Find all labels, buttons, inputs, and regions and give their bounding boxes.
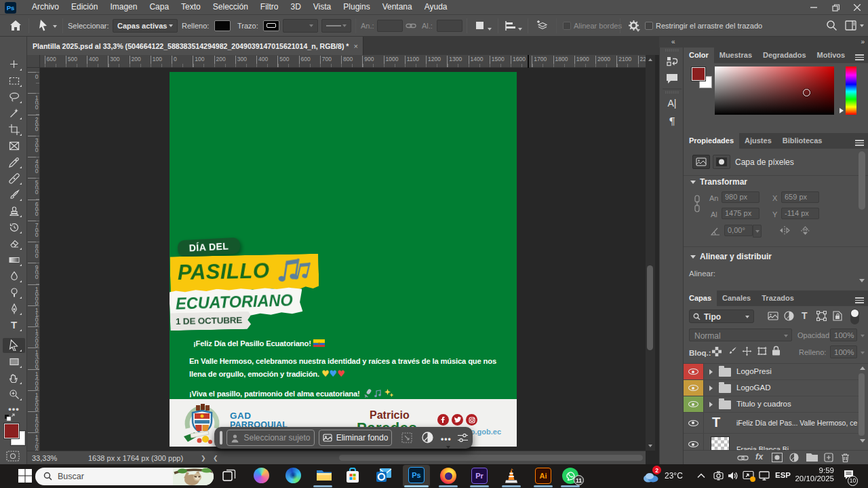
lock-pixels-icon[interactable] bbox=[727, 346, 737, 356]
lasso-tool-icon[interactable] bbox=[8, 91, 20, 102]
menu-item[interactable]: Vista bbox=[307, 0, 337, 15]
type-tool-icon[interactable]: T bbox=[8, 319, 20, 331]
link-wh-icon[interactable] bbox=[693, 195, 701, 212]
properties-sliders-icon[interactable] bbox=[457, 432, 469, 443]
transform-y-field[interactable]: -114 px bbox=[781, 208, 819, 219]
tab-ajustes[interactable]: Ajustes bbox=[739, 133, 777, 149]
opacity-field[interactable]: 100% bbox=[830, 329, 857, 341]
color-cursor[interactable] bbox=[803, 89, 810, 96]
default-colors-icon[interactable] bbox=[5, 412, 16, 421]
restore-button[interactable] bbox=[825, 0, 846, 15]
properties-scroll-thumb[interactable] bbox=[859, 151, 865, 210]
remove-background-button[interactable]: Eliminar fondo bbox=[319, 430, 392, 446]
eraser-tool-icon[interactable] bbox=[8, 238, 20, 249]
tray-speaker-icon[interactable] bbox=[728, 471, 738, 481]
menu-item[interactable]: Archivo bbox=[26, 0, 65, 15]
history-brush-tool-icon[interactable] bbox=[8, 221, 20, 233]
link-dimensions-icon[interactable] bbox=[406, 22, 416, 29]
transform-x-field[interactable]: 659 px bbox=[781, 191, 819, 203]
crop-tool-icon[interactable] bbox=[8, 124, 20, 135]
pen-tool-icon[interactable] bbox=[8, 303, 20, 314]
copilot-button[interactable] bbox=[254, 468, 271, 485]
workspace-icon[interactable] bbox=[845, 20, 856, 31]
paragraph-panel-icon[interactable]: ¶ bbox=[660, 115, 684, 128]
document-tab[interactable]: Plantilla 2025.psd al 33,3% (504664122_5… bbox=[27, 37, 363, 55]
zoom-level[interactable]: 33,33% bbox=[32, 454, 57, 462]
microsoft-store-button[interactable] bbox=[344, 468, 361, 485]
flip-vertical-icon[interactable] bbox=[800, 225, 810, 236]
stroke-type-dropdown[interactable] bbox=[321, 19, 351, 33]
shape-width-field[interactable] bbox=[377, 20, 403, 32]
tray-screenshare-icon[interactable] bbox=[743, 470, 754, 481]
scroll-left-icon[interactable]: ❮ bbox=[213, 455, 218, 462]
layer-visibility-red[interactable] bbox=[684, 364, 704, 379]
properties-scroll-down-icon[interactable] bbox=[859, 279, 865, 282]
new-group-icon[interactable] bbox=[806, 453, 818, 462]
angle-field[interactable]: 0,00° bbox=[724, 225, 753, 236]
vertical-scroll-thumb[interactable] bbox=[647, 265, 653, 350]
healing-brush-tool-icon[interactable] bbox=[8, 172, 20, 184]
layer-name[interactable]: LogoGAD bbox=[736, 383, 771, 392]
layer-visibility-green[interactable] bbox=[684, 396, 704, 412]
frame-tool-icon[interactable] bbox=[8, 140, 20, 151]
lock-all-icon[interactable] bbox=[772, 345, 781, 356]
add-mask-icon[interactable] bbox=[772, 453, 783, 462]
minimize-button[interactable] bbox=[803, 0, 825, 15]
align-section-chevron-icon[interactable] bbox=[690, 255, 696, 259]
tray-expand-icon[interactable] bbox=[697, 473, 705, 478]
clone-stamp-tool-icon[interactable] bbox=[8, 205, 20, 217]
hue-slider-arrow[interactable] bbox=[840, 108, 844, 113]
delete-layer-icon[interactable] bbox=[841, 453, 850, 462]
expand-group-icon[interactable] bbox=[709, 369, 713, 375]
zoom-tool-icon[interactable] bbox=[8, 388, 20, 400]
status-expand-icon[interactable]: ❯ bbox=[201, 455, 206, 462]
illustrator-button[interactable]: Ai bbox=[535, 468, 552, 485]
transform-h-field[interactable]: 1475 px bbox=[722, 208, 760, 219]
stroke-swatch[interactable] bbox=[263, 20, 279, 31]
tab-color[interactable]: Color bbox=[684, 48, 714, 63]
flip-horizontal-icon[interactable] bbox=[778, 225, 791, 236]
transform-icon[interactable] bbox=[401, 432, 412, 443]
lock-transparency-icon[interactable] bbox=[712, 347, 722, 356]
comments-panel-icon[interactable] bbox=[660, 73, 684, 84]
tab-motivos[interactable]: Motivos bbox=[812, 48, 851, 63]
tab-trazados[interactable]: Trazados bbox=[756, 290, 800, 306]
menu-item[interactable]: Capa bbox=[143, 0, 175, 15]
vertical-ruler[interactable]: 0100200300400500600700800900100011001200… bbox=[27, 68, 40, 451]
tool-preset-chevron-icon[interactable] bbox=[53, 25, 57, 28]
menu-item[interactable]: Texto bbox=[175, 0, 207, 15]
properties-panel-menu-icon[interactable] bbox=[855, 138, 864, 147]
search-icon[interactable] bbox=[826, 20, 837, 31]
drag-handle[interactable] bbox=[220, 431, 222, 445]
document-canvas[interactable]: DÍA DEL PASILLO ECUATORIANO 1 DE OCTUBRE… bbox=[170, 72, 517, 447]
tab-canales[interactable]: Canales bbox=[717, 290, 756, 306]
quick-mask-icon[interactable] bbox=[6, 451, 20, 462]
layer-row-logopresi[interactable]: LogoPresi bbox=[684, 364, 859, 380]
fill-swatch[interactable] bbox=[214, 20, 231, 31]
tray-camera-icon[interactable] bbox=[713, 471, 724, 481]
collapse-panels-icon[interactable]: « bbox=[671, 38, 675, 45]
character-panel-icon[interactable]: A| bbox=[660, 98, 684, 109]
menu-item[interactable]: Imagen bbox=[104, 0, 143, 15]
new-layer-icon[interactable] bbox=[824, 453, 833, 462]
tab-close-icon[interactable]: × bbox=[354, 42, 358, 50]
layers-scroll-up-icon[interactable] bbox=[860, 367, 865, 370]
premiere-button[interactable]: Pr bbox=[471, 468, 488, 485]
file-explorer-button[interactable] bbox=[316, 468, 333, 485]
horizontal-scroll-thumb[interactable] bbox=[339, 455, 643, 461]
menu-item[interactable]: Plugins bbox=[337, 0, 376, 15]
path-operations-icon[interactable] bbox=[475, 20, 486, 31]
adjustments-icon[interactable] bbox=[422, 432, 433, 443]
filter-shape-icon[interactable] bbox=[816, 311, 827, 321]
transform-section-chevron-icon[interactable] bbox=[690, 181, 696, 184]
filter-pixel-icon[interactable] bbox=[768, 312, 778, 320]
home-icon[interactable] bbox=[9, 20, 22, 32]
eyedropper-tool-icon[interactable] bbox=[8, 156, 20, 168]
menu-item[interactable]: Selección bbox=[207, 0, 254, 15]
menu-item[interactable]: Ventana bbox=[376, 0, 418, 15]
more-options-icon[interactable]: ••• bbox=[441, 434, 452, 444]
vlc-button[interactable] bbox=[503, 468, 520, 485]
filter-type-icon[interactable]: T bbox=[802, 311, 808, 321]
adjustment-layer-icon[interactable] bbox=[789, 453, 799, 462]
layer-name[interactable]: Titulo y cuadros bbox=[736, 400, 791, 408]
